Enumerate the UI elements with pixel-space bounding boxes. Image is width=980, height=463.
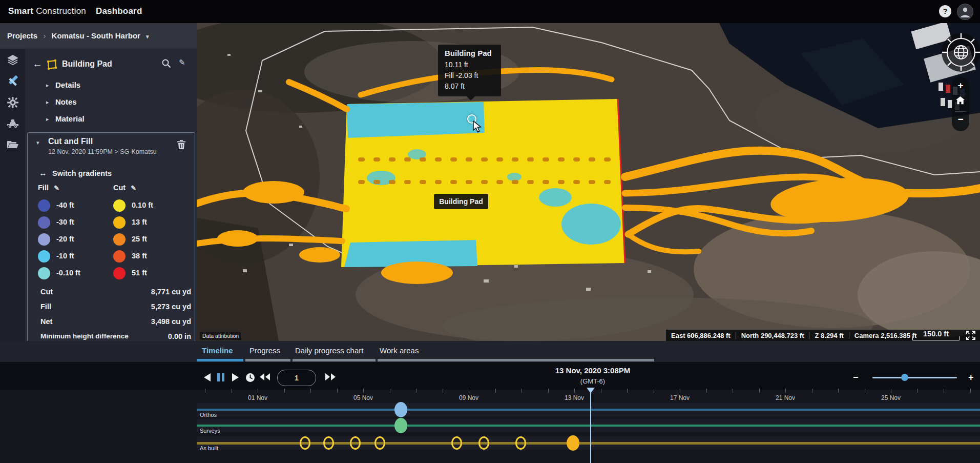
timeline-event-as-built[interactable] — [350, 436, 361, 450]
tab-daily-progress-chart[interactable]: Daily progress chart — [295, 346, 363, 355]
scale-bracket — [912, 336, 960, 340]
cut-and-fill-card: ▾ Cut and Fill 12 Nov, 2020 11:59PM > SG… — [27, 132, 195, 369]
stat-value: 0.00 in — [168, 332, 191, 340]
stat-value: 5,273 cu yd — [151, 303, 191, 311]
gradient-stop: 25 ft — [113, 232, 190, 249]
mouse-cursor — [472, 120, 483, 133]
tab-underline — [378, 359, 654, 361]
axis-tick — [574, 389, 575, 393]
stat-row: Cut8,771 cu yd — [40, 286, 191, 300]
chevron-down-icon[interactable]: ▾ — [146, 33, 149, 39]
tab-progress[interactable]: Progress — [249, 346, 280, 355]
tab-timeline[interactable]: Timeline — [202, 346, 233, 355]
breadcrumb-projects[interactable]: Projects — [7, 31, 37, 40]
gradient-stop: 51 ft — [113, 266, 190, 283]
user-avatar[interactable] — [957, 4, 973, 20]
timeline-zoom-slider-track[interactable] — [872, 377, 957, 378]
stat-label: Net — [40, 317, 52, 326]
cutfill-title[interactable]: Cut and Fill — [48, 137, 93, 146]
axis-tick — [232, 389, 232, 393]
timeline-event-orthos[interactable] — [394, 402, 407, 417]
vehicle-icon[interactable] — [0, 114, 25, 132]
playback-strip — [0, 362, 980, 390]
edit-cut-gradient-icon[interactable]: ✎ — [131, 184, 136, 192]
gradient-stop-label: 38 ft — [132, 252, 147, 260]
timeline-event-as-built[interactable] — [300, 436, 310, 450]
app-brand: Smart Construction Dashboard — [8, 6, 142, 16]
section-details[interactable]: ▸Details — [25, 78, 197, 95]
gradient-swatch — [113, 267, 126, 279]
map-viewport[interactable]: Building Pad 10.11 ft Fill -2.03 ft 8.07… — [197, 23, 980, 341]
layers-icon[interactable] — [0, 51, 25, 69]
timeline-event-as-built[interactable] — [323, 436, 334, 450]
gradient-stop-label: -30 ft — [56, 218, 74, 226]
map-home-button[interactable] — [952, 96, 969, 107]
axis-label: 05 Nov — [348, 394, 379, 401]
timeline-zoom-slider-handle[interactable] — [901, 374, 908, 381]
clock-playback-speed-button[interactable] — [245, 373, 255, 383]
collapse-chevron-icon[interactable]: ▾ — [36, 139, 39, 146]
axis-tick — [363, 389, 364, 393]
section-label: Details — [55, 80, 80, 89]
axis-tick — [284, 389, 285, 393]
breadcrumb-project-name[interactable]: Komatsu - South Harbor — [52, 31, 140, 40]
tab-underline — [245, 359, 290, 361]
play-button[interactable] — [232, 373, 240, 382]
timeline-zoom-out-button[interactable]: − — [853, 372, 859, 383]
tab-underline — [197, 359, 243, 361]
east-readout: East 606,886.248 ft — [671, 332, 731, 339]
axis-tick — [601, 389, 601, 393]
step-back-button[interactable] — [203, 373, 211, 382]
files-folder-icon[interactable] — [0, 136, 25, 154]
axis-tick — [865, 389, 865, 393]
edit-fill-gradient-icon[interactable]: ✎ — [54, 184, 59, 192]
gradient-stop: -0.10 ft — [38, 266, 115, 283]
help-icon[interactable]: ? — [939, 5, 951, 17]
pause-button[interactable] — [217, 373, 225, 382]
fill-column-header: Fill✎ — [38, 184, 59, 192]
building-pad-label[interactable]: Building Pad — [434, 194, 488, 209]
edit-pencil-icon[interactable]: ✎ — [179, 58, 185, 67]
gradient-swatch — [113, 199, 126, 212]
axis-tick — [337, 389, 338, 393]
rewind-button[interactable] — [259, 373, 270, 381]
brand-dashboard: Dashboard — [96, 6, 142, 16]
switch-gradients-button[interactable]: ↔Switch gradients — [39, 169, 112, 178]
axis-tick — [416, 389, 416, 393]
timeline-zoom-in-button[interactable]: + — [968, 372, 974, 383]
fast-forward-button[interactable] — [325, 373, 336, 381]
data-attribution[interactable]: Data attribution — [200, 332, 241, 340]
axis-tick — [627, 389, 628, 393]
fullscreen-icon[interactable] — [966, 331, 975, 340]
stat-label: Minimum height difference — [40, 332, 129, 340]
timeline-event-surveys[interactable] — [394, 418, 407, 433]
tooltip-target: 8.07 ft — [445, 81, 501, 92]
tab-work-areas[interactable]: Work areas — [380, 346, 419, 355]
axis-label: 17 Nov — [664, 394, 695, 401]
gradient-swatch — [38, 250, 50, 263]
section-material[interactable]: ▸Material — [25, 112, 197, 129]
settings-gear-icon[interactable] — [0, 93, 25, 112]
axis-tick — [812, 389, 812, 393]
measure-tools-icon[interactable] — [0, 72, 25, 91]
breadcrumb: Projects › Komatsu - South Harbor ▾ — [0, 23, 197, 49]
delete-trash-icon[interactable] — [177, 140, 185, 149]
gradient-stop: -30 ft — [38, 215, 115, 232]
back-arrow-icon[interactable]: ← — [31, 58, 44, 70]
frame-step-input[interactable]: 1 — [277, 370, 316, 386]
axis-tick — [522, 389, 522, 393]
stat-value: 8,771 cu yd — [151, 288, 191, 296]
compass-navigation-widget[interactable] — [941, 32, 980, 73]
axis-tick — [944, 389, 944, 393]
map-zoom-in-button[interactable]: + — [952, 80, 969, 91]
gradient-stop-label: -20 ft — [56, 235, 74, 243]
map-zoom-out-button[interactable]: − — [952, 114, 969, 125]
section-notes[interactable]: ▸Notes — [25, 95, 197, 112]
timeline-row-line — [197, 442, 980, 445]
gradient-stop: -40 ft — [38, 198, 115, 215]
zoom-to-icon[interactable] — [161, 58, 172, 69]
axis-label: 21 Nov — [770, 394, 801, 401]
stat-row: Fill5,273 cu yd — [40, 300, 191, 315]
camera-readout: Camera 2,516.385 ft — [854, 332, 916, 339]
chevron-right-icon: ▸ — [46, 99, 49, 106]
